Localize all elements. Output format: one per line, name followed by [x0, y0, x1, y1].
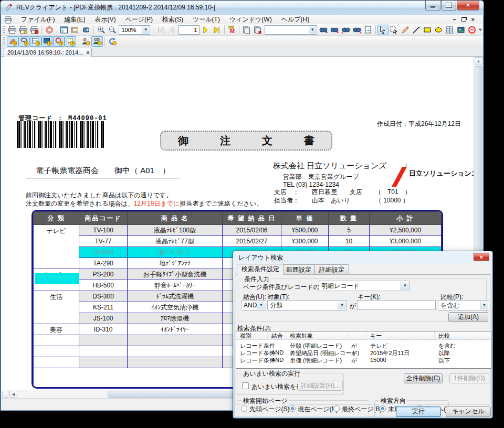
- add-button[interactable]: 追加(A): [448, 312, 488, 322]
- close-button[interactable]: ×: [457, 1, 479, 10]
- print-icon[interactable]: [7, 25, 18, 35]
- print-settings-icon[interactable]: [18, 25, 29, 35]
- menu-search[interactable]: 検索(S): [158, 15, 188, 24]
- print-cancel-icon[interactable]: [29, 25, 40, 35]
- layout-view-icon[interactable]: [59, 25, 70, 35]
- page-number-input[interactable]: [178, 25, 200, 35]
- toolbar-grip[interactable]: [3, 37, 5, 46]
- show-image-annotations-icon[interactable]: [41, 36, 53, 47]
- next-page-icon[interactable]: [201, 25, 212, 35]
- show-pen-annotations-icon[interactable]: [7, 36, 18, 47]
- list-header-type[interactable]: 種別: [236, 331, 268, 340]
- delete-one-button[interactable]: 1件削除(D): [449, 373, 489, 383]
- compare-combobox[interactable]: を含む▼: [438, 300, 489, 311]
- search-next-page-icon[interactable]: [351, 25, 362, 35]
- stamp-tool-icon[interactable]: [466, 25, 477, 35]
- line-tool-icon[interactable]: [411, 25, 422, 35]
- mdi-restore-button[interactable]: [461, 17, 466, 22]
- presentation-icon[interactable]: [81, 25, 92, 35]
- tab-search-conditions[interactable]: 検索条件設定: [237, 264, 284, 275]
- condition-row[interactable]: レコード条件分類 (明細レコード)がテレビを含む: [236, 342, 491, 349]
- search-next-red-icon[interactable]: [329, 25, 340, 35]
- index-mark-icon[interactable]: M: [226, 25, 237, 35]
- scroll-left-icon[interactable]: ◀: [9, 391, 17, 398]
- show-stamp-annotations-icon[interactable]: [53, 36, 65, 47]
- menu-edit[interactable]: 編集(E): [59, 15, 90, 24]
- document-tab[interactable]: 2014/12/09 16:59:10-: 2014... ×: [4, 48, 92, 57]
- title-bar[interactable]: REVクライアント - [PDF変換帳票 : 20141209-2 2014/1…: [1, 1, 484, 15]
- dialog-close-button[interactable]: ×: [474, 253, 489, 261]
- search-next-icon[interactable]: [318, 25, 329, 35]
- search-keyword-combobox[interactable]: ▼: [265, 25, 317, 35]
- maximize-button[interactable]: [441, 1, 456, 10]
- execute-button[interactable]: 実行: [396, 406, 441, 417]
- menu-tools[interactable]: ツール(T): [188, 15, 225, 24]
- radio-first-page[interactable]: [241, 405, 247, 412]
- fuzzy-detail-button[interactable]: 詳細設定(H)...: [298, 381, 343, 391]
- radio-first-page-label[interactable]: 先頭ページ(S): [249, 405, 290, 414]
- menu-file[interactable]: ファイル(F): [16, 15, 59, 24]
- pdf-export-icon[interactable]: [44, 25, 55, 35]
- menu-window[interactable]: ウィンドウ(W): [225, 15, 277, 24]
- chevron-down-icon[interactable]: ▼: [309, 26, 316, 34]
- horizontal-scroll-thumb[interactable]: [108, 391, 235, 398]
- list-header-join[interactable]: 結合: [268, 331, 286, 340]
- rectangle-tool-icon[interactable]: [422, 25, 433, 35]
- zoom-out-icon[interactable]: [107, 25, 118, 35]
- show-my-annotations-icon[interactable]: [80, 36, 91, 47]
- search-result-list-icon[interactable]: [362, 25, 373, 35]
- prev-page-icon[interactable]: [166, 25, 177, 35]
- tab-range-settings[interactable]: 範囲設定: [281, 264, 316, 274]
- form-tool-icon[interactable]: [444, 25, 455, 35]
- toolbar-overflow-icon[interactable]: ≡: [479, 26, 481, 31]
- select-tool-icon[interactable]: [377, 25, 388, 35]
- toolbar-grip[interactable]: [3, 26, 5, 34]
- chevron-down-icon[interactable]: ▼: [142, 26, 149, 34]
- show-shape-annotations-icon[interactable]: [18, 36, 30, 47]
- pen-tool-icon[interactable]: [400, 25, 411, 35]
- tab-close-icon[interactable]: ×: [86, 49, 89, 56]
- radio-current-page[interactable]: [289, 405, 296, 412]
- tab-detail-settings[interactable]: 詳細設定: [314, 264, 349, 274]
- search-conditions-list[interactable]: 種別 結合 検索対象 キー 比較 レコード条件分類 (明細レコード)がテレビを含…: [236, 331, 491, 369]
- key-input[interactable]: [357, 300, 436, 310]
- join-combobox[interactable]: AND▼: [241, 300, 266, 311]
- mdi-close-button[interactable]: ×: [471, 16, 475, 23]
- thumbnail-view-icon[interactable]: [70, 25, 81, 35]
- search-prev-page-icon[interactable]: [340, 25, 351, 35]
- chevron-down-icon[interactable]: ▼: [257, 301, 265, 309]
- radio-current-page-label[interactable]: 現在ページ(N): [298, 405, 338, 414]
- condition-row[interactable]: レコード条件AND単価 (明細レコード)が15000以下: [236, 357, 491, 364]
- radio-toward-end[interactable]: [380, 405, 386, 412]
- scroll-up-icon[interactable]: ▲: [475, 57, 482, 65]
- mdi-minimize-button[interactable]: –: [453, 16, 456, 23]
- menu-page[interactable]: ページ(P): [120, 15, 158, 24]
- chevron-down-icon[interactable]: ▼: [338, 301, 346, 309]
- copy-page-delete-icon[interactable]: [252, 25, 263, 35]
- cancel-button[interactable]: キャンセル: [446, 406, 491, 417]
- first-page-icon[interactable]: [155, 25, 166, 35]
- list-header-target[interactable]: 検索対象: [286, 331, 348, 340]
- list-header-blank[interactable]: [348, 331, 366, 340]
- last-page-icon[interactable]: [212, 25, 223, 35]
- refresh-annotations-icon[interactable]: [107, 36, 118, 47]
- list-header-compare[interactable]: 比較: [435, 331, 491, 340]
- target-combobox[interactable]: 分類▼: [267, 300, 347, 311]
- image-tool-icon[interactable]: [455, 25, 466, 35]
- region-select-icon[interactable]: [388, 25, 400, 35]
- minimize-button[interactable]: [425, 1, 440, 10]
- condition-row[interactable]: レコード条件AND希望納品日 (明細レコード)が2015年2月11日以降: [236, 349, 491, 357]
- zoom-in-icon[interactable]: [96, 25, 107, 35]
- chevron-down-icon[interactable]: ▼: [401, 282, 409, 290]
- radio-last-page[interactable]: [333, 405, 340, 412]
- menu-help[interactable]: ヘルプ(H): [277, 15, 314, 24]
- zoom-combobox[interactable]: 100%▼: [119, 25, 150, 35]
- show-all-users-annotations-icon[interactable]: [91, 36, 103, 47]
- menu-view[interactable]: 表示(V): [90, 15, 120, 24]
- list-header-key[interactable]: キー: [366, 331, 435, 340]
- document-menu-icon[interactable]: [4, 16, 12, 24]
- ellipse-tool-icon[interactable]: [433, 25, 444, 35]
- show-form-annotations-icon[interactable]: [30, 36, 41, 47]
- record-select-combobox[interactable]: 明細レコード▼: [319, 281, 410, 291]
- chevron-down-icon[interactable]: ▼: [480, 301, 488, 309]
